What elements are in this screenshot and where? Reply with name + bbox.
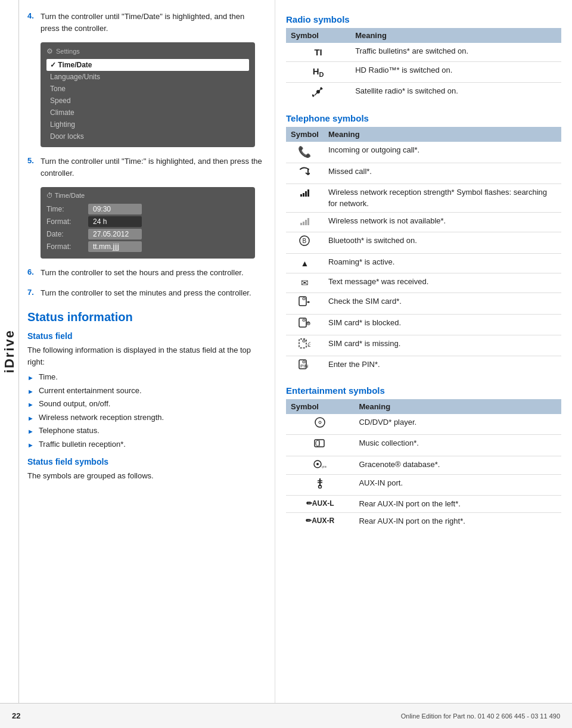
footer-text: Online Edition for Part no. 01 40 2 606 … xyxy=(401,713,560,720)
svg-rect-9 xyxy=(303,298,305,300)
table-row: gracenote Gracenote® database*. xyxy=(286,456,561,474)
table-row: Satellite radio* is switched on. xyxy=(286,83,561,105)
tel-meaning-call: Incoming or outgoing call*. xyxy=(324,142,561,163)
tel-meaning-pin: Enter the PIN*. xyxy=(324,356,561,377)
tel-sym-sim-missing: ∅ xyxy=(286,335,324,356)
svg-line-4 xyxy=(315,92,318,95)
sidebar-label: iDrive xyxy=(2,329,17,373)
table-row: CD/DVD* player. xyxy=(286,414,561,435)
right-column: Radio symbols Symbol Meaning TI Traffic … xyxy=(275,0,572,703)
tel-sym-missed xyxy=(286,163,324,183)
entertainment-symbols-table: Symbol Meaning CD/DVD* player. xyxy=(286,399,561,530)
svg-text:B: B xyxy=(303,238,307,244)
svg-point-26 xyxy=(316,463,319,465)
tel-col-meaning: Meaning xyxy=(324,127,561,142)
ent-sym-aux xyxy=(286,474,354,495)
ent-meaning-music: Music collection*. xyxy=(354,435,561,456)
ent-sym-aux-l: ✏AUX-L xyxy=(286,496,354,513)
step-4: 4. Turn the controller until "Time/Date"… xyxy=(27,11,264,34)
screenshot-timedate: ⏱ Time/Date Time: 09:30 Format: 24 h Dat… xyxy=(41,187,255,259)
ent-col-meaning: Meaning xyxy=(354,399,561,414)
radio-meaning-hd: HD Radio™* is switched on. xyxy=(350,62,561,83)
table-row: Wireless network reception strength* Sym… xyxy=(286,184,561,212)
table-row: ✉ Text message* was received. xyxy=(286,273,561,293)
tel-sym-sim-check xyxy=(286,293,324,314)
svg-text:∅: ∅ xyxy=(307,341,310,348)
step-4-num: 4. xyxy=(27,11,41,20)
table-row: SIM card* is blocked. xyxy=(286,314,561,335)
ent-sym-gracenote: gracenote xyxy=(286,456,354,474)
bullet-arrow-icon: ► xyxy=(27,413,34,424)
bullet-arrow-icon: ► xyxy=(27,440,34,450)
bullet-entertainment: ► Current entertainment source. xyxy=(27,385,264,397)
tel-meaning-roaming: Roaming* is active. xyxy=(324,253,561,273)
left-column: 4. Turn the controller until "Time/Date"… xyxy=(19,0,275,703)
menu-item-language: Language/Units xyxy=(46,71,249,83)
radio-col-meaning: Meaning xyxy=(350,28,561,43)
ent-sym-cd xyxy=(286,414,354,435)
telephone-symbols-title: Telephone symbols xyxy=(286,113,561,123)
tel-sym-pin: PIN xyxy=(286,356,324,377)
ent-sym-aux-r: ✏AUX-R xyxy=(286,513,354,530)
table-row: 📞 Incoming or outgoing call*. xyxy=(286,142,561,163)
step-5-num: 5. xyxy=(27,156,41,165)
tel-meaning-sim-check: Check the SIM card*. xyxy=(324,293,561,314)
table-row: B Bluetooth* is switched on. xyxy=(286,232,561,253)
status-field-symbols-body: The symbols are grouped as follows. xyxy=(27,470,264,482)
tel-sym-sim-blocked xyxy=(286,314,324,335)
menu-item-climate: Climate xyxy=(46,107,249,119)
menu-item-tone: Tone xyxy=(46,83,249,95)
bullet-sound: ► Sound output, on/off. xyxy=(27,398,264,410)
step-6-num: 6. xyxy=(27,267,41,276)
svg-text:PIN: PIN xyxy=(300,363,309,369)
ent-meaning-cd: CD/DVD* player. xyxy=(354,414,561,435)
menu-item-doorlocks: Door locks xyxy=(46,130,249,142)
radio-sym-hd: HD xyxy=(286,62,350,83)
radio-sym-ti: TI xyxy=(286,43,350,62)
form-row-format2: Format: tt.mm.jjjj xyxy=(46,241,249,252)
table-row: ∅ SIM card* is missing. xyxy=(286,335,561,356)
tel-sym-bars-full xyxy=(286,184,324,212)
svg-rect-3 xyxy=(312,94,315,97)
tel-meaning-bars-full: Wireless network reception strength* Sym… xyxy=(324,184,561,212)
bullet-traffic: ► Traffic bulletin reception*. xyxy=(27,438,264,450)
step-6: 6. Turn the controller to set the hours … xyxy=(27,267,264,279)
step-7: 7. Turn the controller to set the minute… xyxy=(27,287,264,299)
status-section-title: Status information xyxy=(27,310,264,324)
radio-meaning-ti: Traffic bulletins* are switched on. xyxy=(350,43,561,62)
table-row: ✏AUX-R Rear AUX-IN port on the right*. xyxy=(286,513,561,530)
table-row: ✏AUX-L Rear AUX-IN port on the left*. xyxy=(286,496,561,513)
ent-meaning-aux-l: Rear AUX-IN port on the left*. xyxy=(354,496,561,513)
bullet-arrow-icon: ► xyxy=(27,427,34,437)
tel-meaning-sim-missing: SIM card* is missing. xyxy=(324,335,561,356)
svg-point-29 xyxy=(319,485,322,488)
tel-sym-sms: ✉ xyxy=(286,273,324,293)
step-4-text: Turn the controller until "Time/Date" is… xyxy=(41,11,264,34)
gear-icon: ⚙ xyxy=(46,47,53,55)
bullet-arrow-icon: ► xyxy=(27,373,34,383)
sidebar: iDrive xyxy=(0,0,19,703)
table-row: PIN Enter the PIN*. xyxy=(286,356,561,377)
ent-col-symbol: Symbol xyxy=(286,399,354,414)
bullet-time: ► Time. xyxy=(27,371,264,383)
step-5: 5. Turn the controller until "Time:" is … xyxy=(27,155,264,179)
menu-item-lighting: Lighting xyxy=(46,119,249,130)
tel-sym-bluetooth: B xyxy=(286,232,324,253)
tel-meaning-missed: Missed call*. xyxy=(324,163,561,183)
entertainment-symbols-title: Entertainment symbols xyxy=(286,385,561,396)
page-number: 22 xyxy=(12,711,20,720)
status-field-bullets: ► Time. ► Current entertainment source. … xyxy=(27,371,264,450)
step-7-num: 7. xyxy=(27,288,41,297)
form-row-format1: Format: 24 h xyxy=(46,216,249,227)
table-row: Wireless network is not available*. xyxy=(286,212,561,232)
table-row: Missed call*. xyxy=(286,163,561,183)
ent-meaning-gracenote: Gracenote® database*. xyxy=(354,456,561,474)
tel-sym-bars-faded xyxy=(286,212,324,232)
tel-col-symbol: Symbol xyxy=(286,127,324,142)
ent-meaning-aux: AUX-IN port. xyxy=(354,474,561,495)
tel-sym-roaming: ▲ xyxy=(286,253,324,273)
screenshot-settings: ⚙ Settings ✓ Time/Date Language/Units To… xyxy=(41,42,255,147)
radio-meaning-satellite: Satellite radio* is switched on. xyxy=(350,83,561,105)
table-row: Music collection*. xyxy=(286,435,561,456)
tel-meaning-sms: Text message* was received. xyxy=(324,273,561,293)
